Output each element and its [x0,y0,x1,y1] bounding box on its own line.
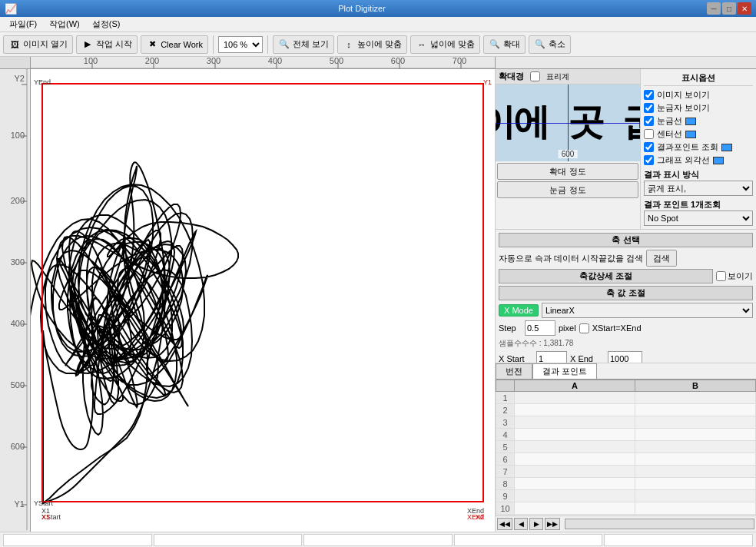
nav-next-button[interactable]: ▶ [529,518,543,530]
svg-text:100: 100 [84,57,98,65]
svg-text:Y1: Y1 [15,499,25,509]
view-all-button[interactable]: 🔍 전체 보기 [273,35,334,54]
svg-text:300: 300 [11,257,25,267]
grid-visible-row: 눈금자 보이기 [644,102,753,114]
tab-result-point[interactable]: 결과 포인트 [532,363,597,379]
open-image-button[interactable]: 🖼 이미지 열기 [3,35,73,54]
result-display-select[interactable]: 굵게 표시, 기본 표시 [644,181,753,196]
cell-a [515,453,635,466]
ruler-corner [0,57,31,68]
gridline-checkbox[interactable] [644,116,654,126]
toolbar: 🖼 이미지 열기 ▶ 작업 시작 ✖ Clear Work 106 % 50 %… [0,32,756,57]
auto-search-label: 자동으로 슥과 데이터 시작끝값을 검색 [499,253,643,264]
xstart-xend-checkbox[interactable] [579,323,589,333]
close-button[interactable]: ✕ [738,2,751,15]
point-accuracy-button[interactable]: 눈금 정도 [497,181,638,198]
svg-text:100: 100 [11,131,25,140]
threshold-checkbox[interactable] [530,71,540,81]
result-point-row: 결과포인트 조회 [644,141,753,153]
cell-b [635,478,756,490]
zoom-accuracy-button[interactable]: 확대 정도 [497,163,638,180]
axis-detail-row: 축값상세 조절 보이기 [499,269,753,283]
nav-first-button[interactable]: ◀◀ [497,518,512,530]
menu-file[interactable]: 파일(F) [3,17,43,31]
zoom-accuracy-section: 확대 정도 눈금 정도 [496,161,640,200]
result-point-checkbox[interactable] [644,142,654,152]
result-point-review-select[interactable]: No Spot [644,211,753,226]
fit-height-button[interactable]: ↕ 높이에 맞춤 [337,35,407,54]
cell-a [515,392,635,404]
cell-b [635,416,756,429]
table-scroll[interactable]: A B 1 2 3 4 5 [496,380,756,516]
display-options-panel: 표시옵션 이미지 보이기 눈금자 보이기 눈금선 센터선 [641,69,756,229]
scroll-bar[interactable] [565,519,754,529]
statusbar [0,532,756,547]
x-end-input[interactable] [608,351,642,363]
show-label: 보이기 [728,270,753,282]
nav-last-button[interactable]: ▶▶ [545,518,560,530]
zoom-select[interactable]: 106 % 50 % 75 % 100 % 125 % 150 % 200 % [218,36,263,53]
nav-prev-button[interactable]: ◀ [514,518,528,530]
show-checkbox[interactable] [716,271,726,281]
zoom-out-button[interactable]: 🔍 축소 [529,35,571,54]
tab-bangeon[interactable]: 번전 [496,363,532,379]
minimize-button[interactable]: ─ [707,2,721,15]
x-end-label: X End [570,354,605,363]
cell-a [515,502,635,515]
gridline-color-swatch [685,118,696,125]
zoom-panel: 확대경 표리계 이에 곳 굽 600 [496,69,641,229]
chart-container[interactable]: YEnd YStart X1 XStart XEnd XEnd Y1 X1 X2 [31,69,495,532]
cell-a [515,416,635,429]
ruler-v-svg: Y2 100 200 300 400 500 600 Y1 [0,69,31,530]
graph-outline-label: 그래프 외각선 [657,154,710,166]
cell-a [515,441,635,453]
y2-label: YEnd [34,78,51,86]
maximize-button[interactable]: □ [722,2,736,15]
start-work-button[interactable]: ▶ 작업 시작 [76,35,138,54]
step-unit: pixel [559,323,576,333]
sensor-checkbox[interactable] [644,129,654,139]
cell-a [515,429,635,441]
cell-b [635,429,756,441]
image-visible-checkbox[interactable] [644,90,654,100]
zoom-out-icon: 🔍 [534,38,546,51]
fit-height-icon: ↕ [343,38,355,51]
row-num-cell: 7 [496,466,515,478]
table-row: 9 [496,490,756,502]
col-b: B [635,380,756,392]
search-button[interactable]: 검색 [646,250,677,267]
cell-b [635,441,756,453]
threshold-label: 표리계 [546,71,569,82]
x2-red-label: X2 [476,507,484,521]
x-start-input[interactable] [536,351,567,363]
menu-work[interactable]: 작업(W) [43,17,86,31]
table-row: 4 [496,429,756,441]
row-num-cell: 5 [496,441,515,453]
x1-red-label: X1 [41,507,50,521]
clear-icon: ✖ [146,38,158,51]
zoom-in-icon: 🔍 [489,38,501,51]
ruler-h: 100 200 300 400 500 600 700 800 [31,57,495,68]
sensor-row: 센터선 [644,128,753,140]
cell-a [515,466,635,478]
sensor-color-swatch [685,131,696,138]
table-row: 5 [496,441,756,453]
table-row: 8 [496,478,756,490]
sample-count-label: 샘플수수수 : 1,381.78 [499,338,753,349]
grid-visible-checkbox[interactable] [644,103,654,113]
zoom-in-button[interactable]: 🔍 확대 [483,35,526,54]
ruler-v: Y2 100 200 300 400 500 600 Y1 [0,69,31,532]
fit-width-button[interactable]: ↔ 넓이에 맞춤 [410,35,480,54]
status-section-4 [454,534,603,546]
sensor-label: 센터선 [657,128,682,140]
menu-settings[interactable]: 설정(S) [86,17,127,31]
x-mode-select[interactable]: LinearX Log [542,303,753,318]
clear-work-button[interactable]: ✖ Clear Work [141,35,208,54]
step-input[interactable] [525,320,555,336]
graph-outline-checkbox[interactable] [644,155,654,165]
cell-b [635,502,756,515]
menubar: 파일(F) 작업(W) 설정(S) [0,17,756,32]
show-row: 보이기 [716,270,753,282]
table-row: 6 [496,453,756,466]
image-visible-label: 이미지 보이기 [657,89,710,101]
